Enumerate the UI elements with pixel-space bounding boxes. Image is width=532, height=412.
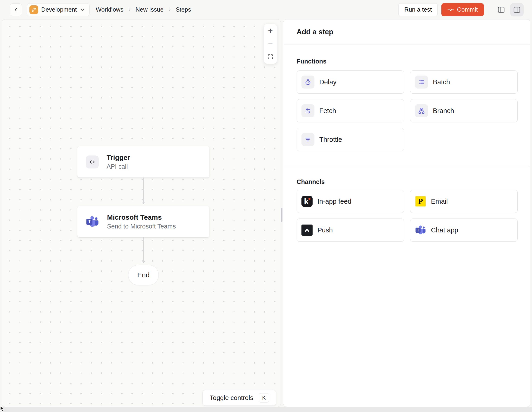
- workflow-canvas[interactable]: + − Trigger API call: [2, 19, 281, 407]
- back-button[interactable]: [10, 3, 22, 16]
- fit-view-icon: [267, 54, 274, 60]
- plus-icon: +: [268, 26, 273, 36]
- card-label: Batch: [433, 78, 450, 86]
- divider: [284, 167, 530, 167]
- chevron-left-icon: [13, 7, 19, 13]
- function-card-fetch[interactable]: Fetch: [297, 99, 404, 122]
- commit-icon: [447, 8, 454, 11]
- channels-heading: Channels: [297, 178, 325, 186]
- header-divider: [489, 5, 489, 15]
- toggle-controls-button[interactable]: Toggle controls K: [202, 390, 276, 406]
- bottom-strip: [0, 407, 532, 412]
- run-test-label: Run a test: [404, 6, 432, 13]
- chevron-down-icon: [80, 7, 85, 12]
- functions-grid: Delay Batch Fetch Branch Throttle: [297, 70, 518, 151]
- node-title: Trigger: [107, 154, 130, 162]
- breadcrumb-item-workflows[interactable]: Workflows: [96, 6, 123, 13]
- swap-arrows-icon: [302, 104, 314, 117]
- card-label: Branch: [433, 107, 454, 115]
- end-node[interactable]: End: [128, 265, 159, 285]
- breadcrumb-item-new-issue[interactable]: New Issue: [135, 6, 164, 13]
- mouse-cursor: [0, 406, 6, 412]
- code-icon: [86, 155, 99, 168]
- microsoft-teams-icon: T: [415, 225, 426, 236]
- end-node-label: End: [137, 271, 150, 279]
- expo-caret-icon: [302, 225, 313, 236]
- keyboard-shortcut-badge: K: [259, 393, 269, 402]
- panel-left-icon: [497, 6, 505, 14]
- channel-card-in-app-feed[interactable]: k In-app feed: [297, 190, 404, 213]
- microsoft-teams-node[interactable]: T Microsoft Teams Send to Microsoft Team…: [77, 206, 209, 237]
- chevron-right-icon: [167, 7, 172, 12]
- fit-view-button[interactable]: [264, 51, 277, 63]
- card-label: Throttle: [319, 136, 342, 144]
- minus-icon: −: [268, 39, 273, 49]
- function-card-throttle[interactable]: Throttle: [297, 128, 404, 151]
- zoom-in-button[interactable]: +: [264, 25, 277, 37]
- toggle-left-panel-button[interactable]: [494, 3, 508, 17]
- filter-icon: [302, 133, 314, 146]
- functions-heading: Functions: [297, 58, 326, 65]
- commit-label: Commit: [457, 6, 478, 13]
- card-label: Delay: [319, 78, 336, 86]
- card-label: In-app feed: [317, 198, 352, 205]
- function-card-batch[interactable]: Batch: [410, 70, 518, 94]
- trigger-node[interactable]: Trigger API call: [77, 146, 209, 178]
- branch-icon: [415, 104, 428, 117]
- run-test-button[interactable]: Run a test: [398, 3, 438, 16]
- channel-card-chat-app[interactable]: T Chat app: [410, 219, 518, 242]
- knock-icon: k: [302, 196, 313, 207]
- environment-switcher[interactable]: Development: [27, 3, 90, 16]
- function-card-delay[interactable]: Delay: [297, 70, 404, 94]
- environment-label: Development: [41, 6, 77, 13]
- chevron-right-icon: [127, 7, 132, 12]
- card-label: Push: [317, 226, 333, 234]
- card-label: Chat app: [431, 226, 458, 234]
- svg-text:T: T: [88, 219, 91, 224]
- divider: [284, 44, 530, 45]
- zoom-out-button[interactable]: −: [264, 38, 277, 50]
- node-subtitle: Send to Microsoft Teams: [107, 223, 176, 230]
- knock-dot: [308, 198, 311, 200]
- node-title: Microsoft Teams: [107, 213, 176, 221]
- toggle-controls-label: Toggle controls: [210, 394, 253, 402]
- panel-right-icon: [513, 6, 521, 14]
- node-subtitle: API call: [107, 163, 130, 170]
- channel-card-email[interactable]: P Email: [410, 190, 518, 213]
- git-branch-icon: [29, 5, 38, 14]
- card-label: Fetch: [319, 107, 336, 115]
- panel-title: Add a step: [297, 28, 333, 36]
- card-label: Email: [431, 198, 448, 205]
- panel-resize-handle[interactable]: [281, 208, 283, 222]
- toggle-right-panel-button[interactable]: [510, 3, 524, 17]
- stopwatch-icon: [302, 76, 314, 88]
- zoom-controls: + −: [264, 24, 277, 64]
- top-bar: Development Workflows New Issue Steps Ru…: [0, 0, 532, 19]
- connector-arrow: [141, 178, 146, 206]
- connector-arrow: [141, 237, 146, 265]
- channels-grid: k In-app feed P Email Push: [297, 190, 518, 242]
- breadcrumb-item-steps[interactable]: Steps: [176, 6, 191, 13]
- commit-button[interactable]: Commit: [441, 3, 484, 16]
- postmark-icon: P: [416, 196, 426, 206]
- svg-text:T: T: [417, 228, 419, 232]
- add-step-panel: Add a step Functions Delay Batch Fetch: [283, 19, 530, 407]
- microsoft-teams-icon: T: [86, 215, 99, 228]
- list-icon: [415, 76, 428, 88]
- channel-card-push[interactable]: Push: [297, 219, 404, 242]
- function-card-branch[interactable]: Branch: [410, 99, 518, 122]
- breadcrumb: Workflows New Issue Steps: [96, 6, 191, 13]
